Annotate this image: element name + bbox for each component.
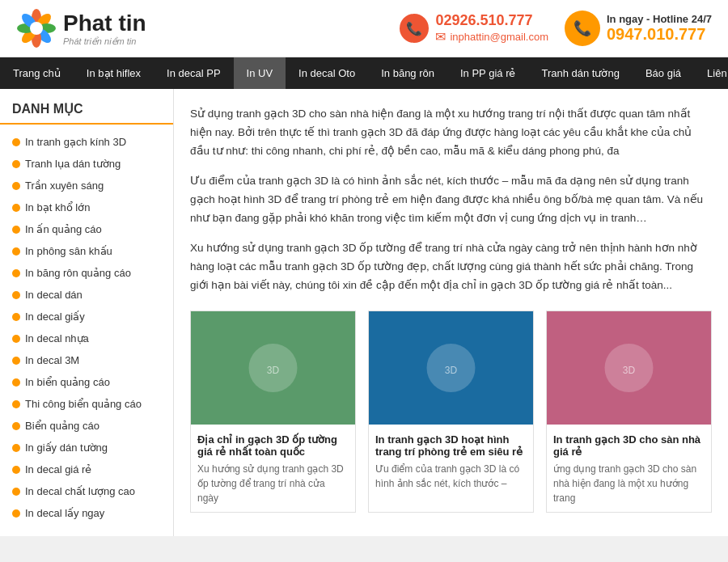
sidebar-item-label: In decal lấy ngay (25, 507, 104, 519)
header: Phat tin Phát triển niềm tin 📞 02926.510… (0, 0, 728, 57)
sidebar-item-label: In giấy dán tường (25, 442, 108, 454)
sidebar-item[interactable]: In phông sân khấu (0, 240, 173, 262)
sidebar-item-label: Tranh lụa dán tường (25, 158, 121, 170)
svg-text:3D: 3D (267, 365, 280, 376)
sidebar-title: DANH MỤC (0, 101, 173, 125)
sidebar-item[interactable]: In giấy dán tường (0, 437, 173, 458)
sidebar-item-label: In ấn quảng cáo (25, 223, 102, 235)
article-body: In tranh gạch 3D hoạt hình trang trí phò… (369, 427, 533, 497)
article-body: In tranh gạch 3D cho sàn nhà giá rẻứng d… (547, 427, 711, 512)
sidebar-item[interactable]: In decal giấy (0, 306, 173, 327)
article-excerpt: ứng dụng tranh gạch 3D cho sàn nhà hiện … (553, 462, 705, 505)
sidebar-item[interactable]: In decal chất lượng cao (0, 480, 173, 502)
sidebar-dot-icon (12, 313, 20, 321)
sidebar-item[interactable]: In biển quảng cáo (0, 371, 173, 393)
sidebar: DANH MỤC In tranh gạch kính 3DTranh lụa … (0, 89, 174, 536)
hotline-text: In ngay - Hotline 24/7 0947.010.777 (607, 13, 712, 44)
article-card[interactable]: 3DIn tranh gạch 3D cho sàn nhà giá rẻứng… (546, 311, 712, 513)
content-area: Sử dụng tranh gạch 3D cho sàn nhà hiện đ… (174, 89, 728, 536)
nav-item-liên-hệ[interactable]: Liên hệ (694, 57, 728, 89)
sidebar-dot-icon (12, 138, 20, 146)
sidebar-dot-icon (12, 400, 20, 408)
svg-point-8 (30, 22, 43, 35)
hotline-number: 0947.010.777 (607, 25, 712, 44)
sidebar-dot-icon (12, 335, 20, 343)
nav-item-in-pp-giá-rẻ[interactable]: In PP giá rẻ (447, 57, 528, 89)
content-paragraph: Xu hướng sử dụng tranh gạch 3D ốp tường … (190, 239, 712, 295)
sidebar-item-label: In decal 3M (25, 354, 79, 366)
phone-number[interactable]: 02926.510.777 (435, 12, 548, 29)
nav-item-in-băng-rôn[interactable]: In băng rôn (368, 57, 447, 89)
article-body: Địa chỉ in gạch 3D ốp tường giá rẻ nhất … (191, 427, 355, 512)
sidebar-item-label: In decal nhựa (25, 332, 89, 344)
sidebar-dot-icon (12, 378, 20, 387)
nav-item-tranh-dán-tường[interactable]: Tranh dán tường (528, 57, 632, 89)
hotline-label: In ngay - Hotline 24/7 (607, 13, 712, 25)
sidebar-item[interactable]: Thi công biển quảng cáo (0, 393, 173, 415)
main-container: DANH MỤC In tranh gạch kính 3DTranh lụa … (0, 89, 728, 536)
hotline-icon: 📞 (565, 11, 600, 46)
underwater-image: 3D (369, 311, 533, 425)
article-grid: 3DĐịa chỉ in gạch 3D ốp tường giá rẻ nhấ… (190, 311, 712, 513)
nav-item-in-decal-pp[interactable]: In decal PP (154, 57, 234, 89)
article-card[interactable]: 3DIn tranh gạch 3D hoạt hình trang trí p… (368, 311, 534, 513)
nav-item-báo-giá[interactable]: Báo giá (633, 57, 694, 89)
nav-item-trang-chủ[interactable]: Trang chủ (0, 57, 74, 89)
content-paragraph: Ưu điểm của tranh gạch 3D là có hình ảnh… (190, 172, 712, 228)
article-title: Địa chỉ in gạch 3D ốp tường giá rẻ nhất … (197, 433, 349, 458)
sidebar-dot-icon (12, 226, 20, 234)
sidebar-item[interactable]: In ấn quảng cáo (0, 218, 173, 240)
sidebar-item-label: Thi công biển quảng cáo (25, 398, 142, 410)
sidebar-item-label: Trần xuyên sáng (25, 180, 104, 192)
sidebar-item-label: In decal giá rẻ (25, 463, 91, 475)
sidebar-item[interactable]: In tranh gạch kính 3D (0, 131, 173, 153)
sidebar-dot-icon (12, 269, 20, 277)
sidebar-dot-icon (12, 182, 20, 190)
sidebar-item-label: In decal dán (25, 289, 83, 301)
article-title: In tranh gạch 3D cho sàn nhà giá rẻ (553, 433, 705, 458)
sidebar-dot-icon (12, 488, 20, 496)
sidebar-item[interactable]: Biển quảng cáo (0, 415, 173, 437)
forest-room-image: 3D (191, 311, 355, 425)
nav-item-in-bạt-hiflex[interactable]: In bạt hiflex (74, 57, 154, 89)
sidebar-item-label: In băng rôn quảng cáo (25, 267, 131, 279)
sidebar-dot-icon (12, 444, 20, 452)
article-card[interactable]: 3DĐịa chỉ in gạch 3D ốp tường giá rẻ nhấ… (190, 311, 356, 513)
sidebar-item-label: In bạt khổ lớn (25, 201, 90, 213)
sidebar-item[interactable]: In decal lấy ngay (0, 502, 173, 524)
nav-item-in-uv[interactable]: In UV (234, 57, 286, 89)
sidebar-item[interactable]: In băng rôn quảng cáo (0, 262, 173, 284)
flower-room-image: 3D (547, 311, 711, 425)
logo-icon (16, 8, 57, 49)
sidebar-item[interactable]: In decal giá rẻ (0, 458, 173, 480)
sidebar-item[interactable]: In decal 3M (0, 349, 173, 371)
article-excerpt: Ưu điểm của tranh gạch 3D là có hình ảnh… (375, 462, 527, 491)
sidebar-dot-icon (12, 291, 20, 299)
sidebar-item[interactable]: In decal nhựa (0, 327, 173, 349)
sidebar-item[interactable]: In bạt khổ lớn (0, 196, 173, 218)
sidebar-dot-icon (12, 247, 20, 256)
sidebar-dot-icon (12, 466, 20, 474)
sidebar-item-label: In decal chất lượng cao (25, 485, 135, 497)
sidebar-dot-icon (12, 160, 20, 168)
sidebar-dot-icon (12, 357, 20, 365)
logo-area: Phat tin Phát triển niềm tin (16, 8, 146, 49)
phone-icon: 📞 (400, 14, 429, 43)
logo-name: Phat tin (63, 11, 146, 36)
sidebar-item[interactable]: Tranh lụa dán tường (0, 153, 173, 175)
sidebar-item[interactable]: Trần xuyên sáng (0, 175, 173, 196)
article-title: In tranh gạch 3D hoạt hình trang trí phò… (375, 433, 527, 458)
email[interactable]: inphattin@gmail.com (450, 31, 548, 43)
sidebar-item-label: In phông sân khấu (25, 245, 112, 257)
content-paragraph: Sử dụng tranh gạch 3D cho sàn nhà hiện đ… (190, 105, 712, 161)
main-nav: Trang chủIn bạt hiflexIn decal PPIn UVIn… (0, 57, 728, 89)
contact-area: 📞 02926.510.777 ✉ inphattin@gmail.com 📞 … (400, 11, 712, 46)
sidebar-item[interactable]: In decal dán (0, 284, 173, 306)
logo-text: Phat tin Phát triển niềm tin (63, 11, 146, 47)
email-icon: ✉ (435, 29, 446, 44)
nav-item-in-decal-oto[interactable]: In decal Oto (286, 57, 368, 89)
svg-text:3D: 3D (623, 365, 636, 376)
svg-text:3D: 3D (445, 365, 458, 376)
logo-tagline: Phát triển niềm tin (63, 36, 146, 47)
sidebar-dot-icon (12, 509, 20, 518)
